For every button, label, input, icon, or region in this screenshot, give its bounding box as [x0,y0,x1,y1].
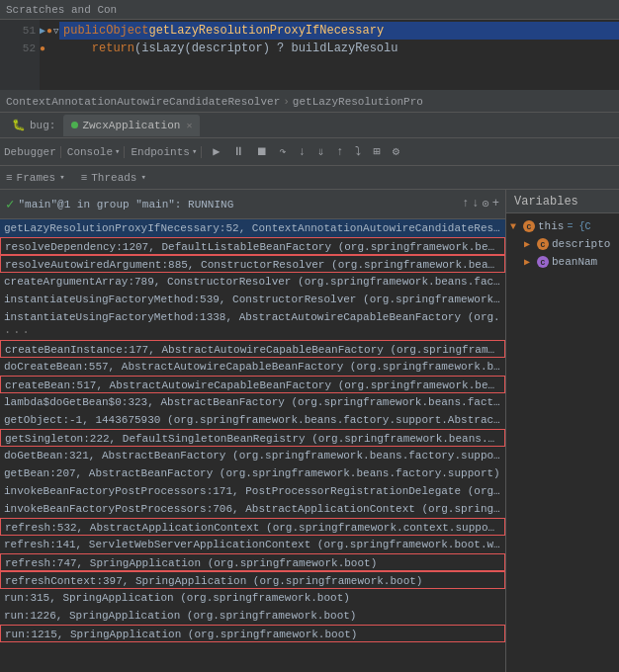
table-row[interactable]: refresh:532, AbstractApplicationContext … [0,518,505,536]
console-section: Console ▾ [67,146,126,158]
title-bar: Scratches and Con [0,0,619,20]
frame-method: invokeBeanFactoryPostProcessors:706, Abs… [4,503,505,515]
var-item-descriptor[interactable]: ▶ C descripto [506,235,619,253]
table-row[interactable]: getSingleton:222, DefaultSingletonBeanRe… [0,429,505,447]
vars-list: ▼ C this = {C ▶ C descripto ▶ C beanNam [506,213,619,672]
tab-bug[interactable]: 🐛 bug: [4,115,63,136]
frame-method: lambda$doGetBean$0:323, AbstractBeanFact… [4,396,505,408]
var-value-this: = {C [567,221,590,232]
evaluate-button[interactable]: ⊞ [368,142,385,161]
table-row[interactable]: doGetBean:321, AbstractBeanFactory (org.… [0,447,505,464]
debugger-section: Debugger [4,146,61,158]
table-row[interactable]: refresh:747, SpringApplication (org.spri… [0,553,505,571]
frame-method: doGetBean:321, AbstractBeanFactory (org.… [4,450,505,462]
step-into-button[interactable]: ↓ [294,143,310,161]
line-indicators: ▶ ● ▽ ● [40,20,59,90]
frame-method: createBean:517, AbstractAutowireCapableB… [5,379,505,391]
table-row[interactable]: invokeBeanFactoryPostProcessors:171, Pos… [0,482,505,500]
threads-label[interactable]: Threads [91,172,136,184]
frame-method: getLazyResolutionProxyIfNecessary:52, Co… [4,222,505,234]
bug-icon: 🐛 [12,119,26,131]
var-expand-icon-bean[interactable]: ▶ [524,256,534,268]
frames-threads-toolbar: ≡ Frames ▾ ≡ Threads ▾ [0,166,619,190]
step-over-button[interactable]: ↷ [275,142,292,161]
thread-selector[interactable]: ✓ "main"@1 in group "main": RUNNING ↑ ↓ … [0,190,505,219]
thread-nav-buttons: ↑ ↓ ⊙ + [462,197,499,211]
thread-check-icon: ✓ [6,196,14,212]
tab-dot-green [71,122,78,128]
console-dropdown-icon[interactable]: ▾ [115,146,120,157]
table-row[interactable]: refreshContext:397, SpringApplication (o… [0,571,505,589]
frame-method: resolveDependency:1207, DefaultListableB… [5,241,505,253]
endpoints-section: Endpoints ▾ [131,146,202,158]
breadcrumb-1[interactable]: ContextAnnotationAutowireCandidateResolv… [6,96,280,108]
table-row[interactable]: instantiateUsingFactoryMethod:1338, Abst… [0,308,505,326]
frames-dropdown[interactable]: ▾ [59,172,64,183]
frame-method: instantiateUsingFactoryMethod:539, Const… [4,294,505,305]
table-row[interactable]: getLazyResolutionProxyIfNecessary:52, Co… [0,219,505,237]
line-num-51: 51 [23,22,36,40]
frame-method: getObject:-1, 1443675930 (org.springfram… [4,414,505,426]
step-out-button[interactable]: ↑ [331,143,348,161]
frame-method: refreshContext:397, SpringApplication (o… [5,575,422,587]
frame-method: run:1215, SpringApplication (org.springf… [5,629,357,640]
threads-dropdown[interactable]: ▾ [140,172,145,183]
frame-method: refresh:141, ServletWebServerApplication… [4,539,505,550]
pause-button[interactable]: ⏸ [227,142,249,161]
resume-button[interactable]: ▶ [208,142,224,161]
endpoints-label[interactable]: Endpoints [131,146,189,158]
table-row[interactable]: resolveDependency:1207, DefaultListableB… [0,237,505,255]
var-item-beannam[interactable]: ▶ C beanNam [506,253,619,271]
tab-bug-label: bug: [30,120,55,131]
thread-filter-button[interactable]: ⊙ [483,197,489,211]
debugger-toolbar: Debugger Console ▾ Endpoints ▾ ▶ ⏸ ⏹ ↷ ↓… [0,138,619,166]
frame-method: getBean:207, AbstractBeanFactory (org.sp… [4,467,500,479]
console-label[interactable]: Console [67,146,113,158]
table-row[interactable]: getObject:-1, 1443675930 (org.springfram… [0,411,505,429]
endpoints-dropdown-icon[interactable]: ▾ [192,146,197,157]
table-row[interactable]: run:315, SpringApplication (org.springfr… [0,589,505,607]
table-row[interactable]: doCreateBean:557, AbstractAutowireCapabl… [0,358,505,376]
vars-header: Variables [506,190,619,213]
var-type-icon-desc: C [537,238,549,250]
table-row[interactable]: createBean:517, AbstractAutowireCapableB… [0,376,505,393]
breadcrumb-2[interactable]: getLazyResolutionPro [293,96,423,108]
var-item-this[interactable]: ▼ C this = {C [506,217,619,235]
table-row[interactable]: run:1215, SpringApplication (org.springf… [0,625,505,642]
thread-add-button[interactable]: + [492,197,499,211]
thread-down-button[interactable]: ↓ [472,197,479,211]
tab-close-icon[interactable]: ✕ [186,120,192,131]
frame-method: doCreateBean:557, AbstractAutowireCapabl… [4,361,505,373]
settings-button[interactable]: ⚙ [388,142,404,161]
line-numbers: 51 52 [0,20,40,90]
thread-up-button[interactable]: ↑ [462,197,469,211]
force-step-into-button[interactable]: ⇓ [312,142,329,161]
table-row[interactable]: resolveAutowiredArgument:885, Constructo… [0,255,505,273]
stack-frames-list: getLazyResolutionProxyIfNecessary:52, Co… [0,219,505,672]
table-row[interactable]: run:1226, SpringApplication (org.springf… [0,607,505,625]
main-panel: ✓ "main"@1 in group "main": RUNNING ↑ ↓ … [0,190,619,672]
table-row[interactable]: lambda$doGetBean$0:323, AbstractBeanFact… [0,393,505,411]
var-name-desc: descripto [552,238,610,250]
window-title: Scratches and Con [6,4,117,16]
vars-title: Variables [514,195,578,209]
thread-name: "main"@1 in group "main": RUNNING [18,199,458,210]
var-expand-icon-desc[interactable]: ▶ [524,238,534,250]
table-row[interactable]: refresh:141, ServletWebServerApplication… [0,536,505,553]
table-row[interactable]: createBeanInstance:177, AbstractAutowire… [0,340,505,358]
run-cursor-button[interactable]: ⤵ [350,142,366,161]
tab-zwcx[interactable]: ZwcxApplication ✕ [63,115,200,136]
debugger-label[interactable]: Debugger [4,146,56,158]
stack-panel: ✓ "main"@1 in group "main": RUNNING ↑ ↓ … [0,190,505,672]
stop-button[interactable]: ⏹ [251,142,273,161]
table-row[interactable]: instantiateUsingFactoryMethod:539, Const… [0,291,505,308]
more-icon-row: ··· [0,326,505,340]
frames-label[interactable]: Frames [17,172,56,184]
table-row[interactable]: getBean:207, AbstractBeanFactory (org.sp… [0,464,505,482]
table-row[interactable]: createArgumentArray:789, ConstructorReso… [0,273,505,291]
frame-method: invokeBeanFactoryPostProcessors:171, Pos… [4,485,505,497]
table-row[interactable]: invokeBeanFactoryPostProcessors:706, Abs… [0,500,505,518]
code-line-51: public Object getLazyResolutionProxyIfNe… [59,22,619,40]
var-type-icon: C [523,220,535,232]
var-expand-icon[interactable]: ▼ [510,221,520,232]
